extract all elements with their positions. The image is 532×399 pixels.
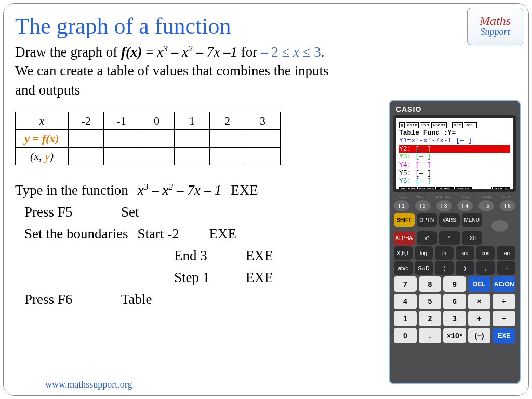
instr-start: Start -2 (137, 223, 200, 245)
key-6[interactable]: 6 (443, 294, 466, 309)
instr-typein: Type in the function (15, 180, 128, 202)
screen-y1: Y1=x³-x²-7x-1 [— ] (399, 137, 510, 145)
key-5[interactable]: 5 (419, 294, 442, 309)
instr-exe: EXE (231, 180, 258, 202)
key-tan[interactable]: tan (497, 246, 515, 260)
key-dot[interactable]: . (419, 328, 442, 343)
key-optn[interactable]: OPTN (417, 213, 437, 227)
x-val: 0 (139, 112, 175, 130)
x-val: 2 (210, 112, 245, 130)
key-7[interactable]: 7 (394, 276, 417, 292)
key-sd[interactable]: S⇔D (415, 261, 433, 275)
key-exe[interactable]: EXE (493, 328, 515, 343)
key-comma[interactable]: , (476, 261, 495, 275)
table-row-fx: y = f(x) (16, 130, 281, 148)
prompt-eq: = (142, 44, 157, 60)
instr-exe3: EXE (246, 245, 273, 267)
key-cos[interactable]: cos (476, 246, 495, 260)
x-val: -2 (69, 112, 104, 130)
key-sin[interactable]: sin (456, 246, 474, 260)
key-f5[interactable]: F5 (478, 200, 494, 211)
key-exit[interactable]: EXIT (462, 231, 483, 245)
key-arrow[interactable]: → (497, 261, 515, 275)
row-xy-label: (x, y) (16, 148, 69, 165)
screen-y3: Y3: [— ] (399, 153, 510, 161)
key-rp[interactable]: ) (456, 261, 474, 275)
key-add[interactable]: + (468, 311, 491, 326)
key-log[interactable]: log (415, 246, 433, 260)
footer-url: www.mathssupport.org (45, 379, 132, 390)
key-f4[interactable]: F4 (457, 200, 473, 211)
screen-y5: Y5: [— ] (399, 169, 510, 178)
prompt-text: Draw the graph of f(x) = x3 – x2 – 7x –1… (15, 43, 337, 99)
menu-select: SELECT (399, 187, 417, 192)
key-x2[interactable]: x² (417, 231, 437, 245)
menu-table: TABLE (493, 187, 511, 192)
key-alpha[interactable]: ALPHA (394, 231, 415, 245)
key-lp[interactable]: ( (435, 261, 454, 275)
key-9[interactable]: 9 (443, 276, 466, 292)
key-1[interactable]: 1 (394, 311, 417, 326)
calc-brand: CASIO (393, 104, 516, 115)
calc-keys: TraceZoomV-WindowSketchG-SolvG↔T F1 F2 F… (393, 192, 516, 380)
logo-badge: Maths Support (467, 8, 523, 45)
row-fx-label: y = f(x) (16, 130, 69, 148)
instr-exe2: EXE (209, 223, 236, 245)
key-neg[interactable]: (−) (468, 328, 491, 343)
key-shift[interactable]: SHIFT (394, 213, 415, 227)
key-menu[interactable]: MENU (462, 213, 483, 227)
menu-type: TYPE (436, 187, 454, 192)
key-vars[interactable]: VARS (439, 213, 460, 227)
key-0[interactable]: 0 (394, 328, 417, 343)
key-8[interactable]: 8 (419, 276, 442, 292)
key-del[interactable]: DEL (468, 276, 491, 292)
key-3[interactable]: 3 (443, 311, 466, 326)
menu-set: SET (473, 187, 492, 192)
screen-y2: Y2: [— ] (399, 145, 510, 153)
table-row-x: x -2 -1 0 1 2 3 (16, 112, 281, 130)
calc-screen: ▦MathRadNorm1 d/cReal Table Func :Y= Y1=… (393, 115, 516, 192)
instr-pressf5: Press F5 (24, 202, 112, 223)
instr-exe4: EXE (246, 267, 273, 289)
screen-menubar: SELECT DELETE TYPE STYLE SET TABLE (399, 187, 510, 192)
key-f3[interactable]: F3 (436, 200, 452, 211)
prompt-fx: f(x) (121, 44, 142, 60)
screen-y6: Y6: [— ] (399, 177, 510, 185)
key-f6[interactable]: F6 (500, 200, 515, 211)
prompt-for: for (237, 44, 261, 60)
slide-title: The graph of a function (15, 13, 517, 39)
menu-delete: DELETE (418, 187, 436, 192)
prompt-draw: Draw the graph of (15, 44, 121, 60)
key-exp[interactable]: ×10ˣ (443, 328, 466, 343)
key-pow[interactable]: ^ (439, 231, 460, 245)
key-f2[interactable]: F2 (415, 200, 431, 211)
key-dpad[interactable] (484, 213, 515, 239)
key-div[interactable]: ÷ (493, 294, 515, 309)
x-val: 3 (245, 112, 281, 130)
key-xtt[interactable]: X,θ,T (394, 246, 413, 260)
key-f1[interactable]: F1 (394, 200, 409, 211)
key-sub[interactable]: − (493, 311, 515, 326)
x-val: 1 (175, 112, 210, 130)
screen-y4: Y4: [— ] (399, 161, 510, 169)
prompt-line2: We can create a table of values that com… (15, 63, 329, 97)
instr-poly: x3 – x2 – 7x – 1 (138, 180, 221, 202)
key-mul[interactable]: × (468, 294, 491, 309)
key-4[interactable]: 4 (394, 294, 417, 309)
instr-pressf6: Press F6 (24, 289, 112, 311)
key-frac[interactable]: ab/c (394, 261, 413, 275)
logo-line1: Maths (480, 16, 511, 27)
instr-step: Step 1 (174, 267, 236, 289)
screen-header: Table Func :Y= (399, 129, 510, 137)
screen-icons: ▦MathRadNorm1 d/cReal (399, 121, 510, 129)
prompt-period: . (321, 44, 325, 60)
instr-table: Table (121, 289, 152, 311)
prompt-domain: – 2 ≤ x ≤ 3 (261, 44, 321, 60)
row-x-label: x (16, 112, 69, 130)
menu-style: STYLE (455, 187, 473, 192)
instr-end: End 3 (174, 245, 236, 267)
key-ln[interactable]: ln (435, 246, 454, 260)
key-2[interactable]: 2 (419, 311, 442, 326)
key-ac[interactable]: AC/ON (493, 276, 515, 292)
table-row-xy: (x, y) (16, 148, 281, 165)
